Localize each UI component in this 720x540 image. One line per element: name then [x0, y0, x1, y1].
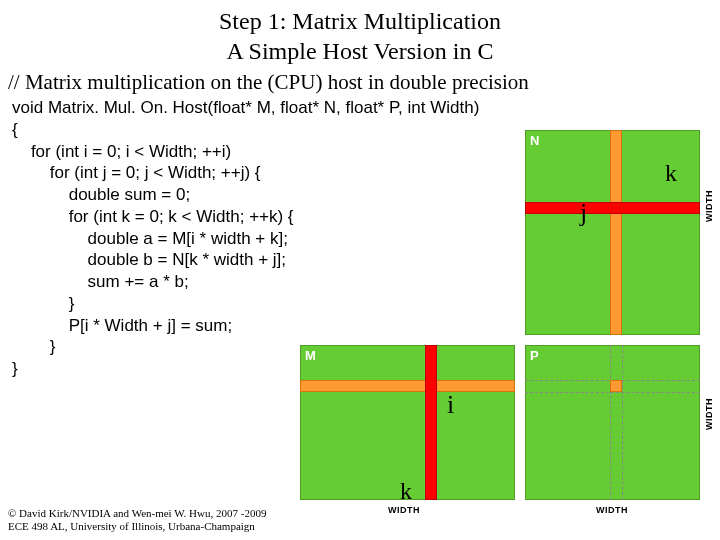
dashed-guide: [525, 392, 700, 393]
width-label: WIDTH: [388, 505, 420, 515]
footer-copyright: © David Kirk/NVIDIA and Wen-mei W. Hwu, …: [8, 507, 266, 521]
index-i: i: [447, 390, 454, 420]
code-listing: void Matrix. Mul. On. Host(float* M, flo…: [0, 95, 720, 380]
title-line2: A Simple Host Version in C: [0, 36, 720, 66]
footer-course: ECE 498 AL, University of Illinois, Urba…: [8, 520, 266, 534]
index-k-bottom: k: [400, 478, 412, 505]
output-cell: [610, 380, 622, 392]
code-comment: // Matrix multiplication on the (CPU) ho…: [0, 66, 720, 95]
title-line1: Step 1: Matrix Multiplication: [0, 6, 720, 36]
width-label: WIDTH: [704, 398, 714, 430]
width-label: WIDTH: [596, 505, 628, 515]
m-row-bar: [300, 380, 515, 392]
